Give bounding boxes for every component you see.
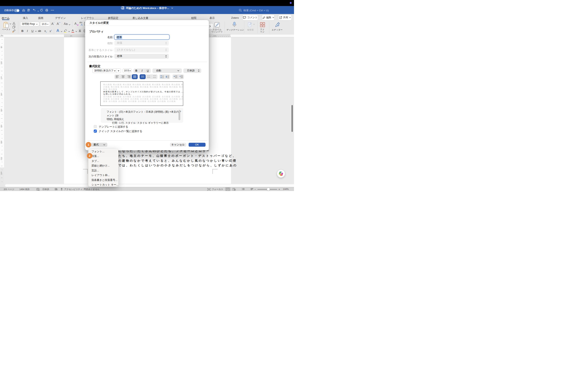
svg-text:W: W xyxy=(121,7,123,9)
